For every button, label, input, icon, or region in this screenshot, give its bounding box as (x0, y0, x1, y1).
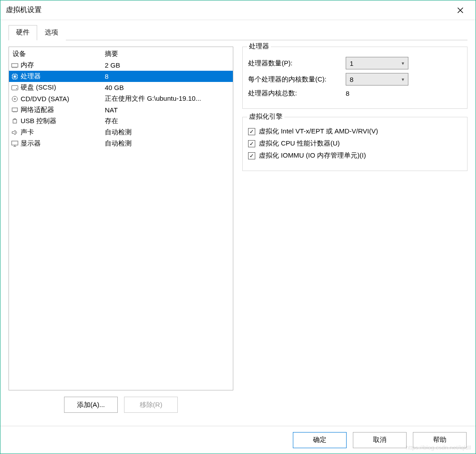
tab-hardware[interactable]: 硬件 (9, 25, 37, 40)
memory-icon (11, 61, 19, 69)
help-button[interactable]: 帮助 (413, 432, 467, 448)
list-item[interactable]: USB 控制器 存在 (9, 116, 233, 127)
cpu-perf-label: 虚拟化 CPU 性能计数器(U) (259, 139, 340, 148)
cd-icon (11, 95, 19, 103)
svg-rect-0 (12, 64, 18, 67)
display-icon (11, 140, 19, 148)
processor-count-select[interactable]: 1 ▾ (346, 57, 408, 69)
checkbox-vt-x[interactable]: ✓ (248, 128, 255, 135)
chevron-down-icon: ▾ (402, 77, 404, 82)
add-button[interactable]: 添加(A)... (64, 397, 118, 413)
list-item[interactable]: 处理器 8 (9, 71, 233, 82)
list-item[interactable]: 声卡 自动检测 (9, 127, 233, 138)
list-item[interactable]: 内存 2 GB (9, 60, 233, 71)
svg-point-4 (16, 88, 17, 89)
device-name: USB 控制器 (21, 117, 56, 125)
list-item[interactable]: 显示器 自动检测 (9, 138, 233, 149)
processor-count-label: 处理器数量(P): (248, 59, 346, 68)
list-header: 设备 摘要 (9, 47, 233, 60)
device-name: 处理器 (21, 72, 41, 81)
total-cores-label: 处理器内核总数: (248, 89, 346, 98)
ok-button[interactable]: 确定 (293, 432, 347, 448)
usb-icon (11, 117, 19, 125)
device-summary: 正在使用文件 G:\ubuntu-19.10... (105, 94, 231, 103)
virtualization-group: 虚拟化引擎 ✓ 虚拟化 Intel VT-x/EPT 或 AMD-V/RVI(V… (242, 117, 467, 171)
device-name: 硬盘 (SCSI) (21, 83, 56, 92)
remove-button[interactable]: 移除(R) (124, 397, 178, 413)
svg-rect-3 (12, 86, 18, 90)
disk-icon (11, 84, 19, 92)
svg-rect-8 (13, 120, 17, 123)
window-title: 虚拟机设置 (6, 5, 450, 15)
device-summary: 2 GB (105, 61, 231, 69)
checkbox-iommu[interactable]: ✓ (248, 152, 255, 159)
processor-group-title: 处理器 (247, 42, 271, 51)
nic-icon (11, 106, 19, 114)
device-summary: 40 GB (105, 84, 231, 91)
list-item[interactable]: CD/DVD (SATA) 正在使用文件 G:\ubuntu-19.10... (9, 93, 233, 104)
header-summary: 摘要 (105, 50, 231, 58)
titlebar: 虚拟机设置 (0, 0, 476, 20)
cancel-button[interactable]: 取消 (353, 432, 407, 448)
device-summary: 8 (105, 73, 231, 80)
device-summary: 自动检测 (105, 128, 231, 137)
svg-point-5 (12, 96, 17, 102)
list-item[interactable]: 硬盘 (SCSI) 40 GB (9, 82, 233, 93)
svg-rect-7 (12, 108, 17, 111)
sound-icon (11, 128, 19, 137)
processor-count-value: 1 (350, 60, 353, 67)
device-name: 显示器 (21, 139, 41, 148)
chevron-down-icon: ▾ (402, 60, 404, 66)
checkbox-cpu-perf[interactable]: ✓ (248, 140, 255, 147)
svg-rect-9 (12, 141, 18, 145)
dialog-buttons: 确定 取消 帮助 (0, 426, 476, 454)
close-button[interactable] (450, 0, 470, 20)
device-name: 网络适配器 (21, 106, 54, 114)
device-name: CD/DVD (SATA) (21, 95, 69, 103)
cores-per-processor-label: 每个处理器的内核数量(C): (248, 75, 346, 84)
vt-x-label: 虚拟化 Intel VT-x/EPT 或 AMD-V/RVI(V) (259, 127, 378, 136)
cpu-icon (11, 73, 19, 81)
list-item[interactable]: 网络适配器 NAT (9, 104, 233, 116)
virtualization-group-title: 虚拟化引擎 (247, 112, 284, 121)
device-list[interactable]: 设备 摘要 内存 2 GB (9, 47, 233, 390)
total-cores-value: 8 (346, 90, 408, 97)
svg-point-6 (14, 98, 16, 99)
device-name: 声卡 (21, 128, 34, 137)
tab-options[interactable]: 选项 (37, 25, 66, 40)
cores-per-processor-value: 8 (350, 76, 353, 83)
device-summary: 存在 (105, 117, 231, 125)
device-name: 内存 (21, 61, 34, 69)
device-summary: 自动检测 (105, 139, 231, 148)
svg-rect-2 (14, 75, 16, 77)
cores-per-processor-select[interactable]: 8 ▾ (346, 73, 408, 86)
iommu-label: 虚拟化 IOMMU (IO 内存管理单元)(I) (259, 151, 366, 160)
processor-group: 处理器 处理器数量(P): 1 ▾ 每个处理器的内核数量(C): 8 ▾ (242, 47, 467, 109)
header-device: 设备 (11, 50, 105, 58)
close-icon (457, 7, 463, 13)
device-summary: NAT (105, 106, 231, 114)
tab-bar: 硬件 选项 (9, 25, 467, 40)
